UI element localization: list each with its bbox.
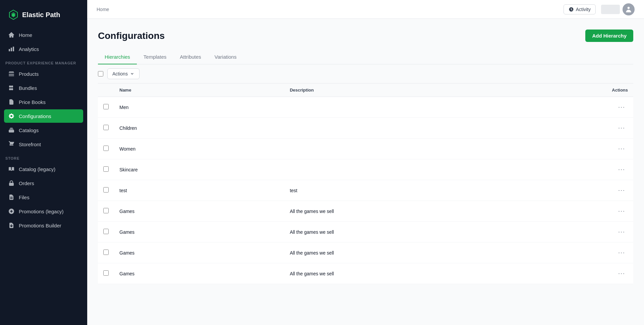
catalog-legacy-icon	[8, 166, 15, 172]
th-checkbox	[98, 84, 114, 97]
breadcrumb: Home	[97, 7, 109, 12]
sidebar-item-home[interactable]: Home	[4, 28, 83, 42]
sidebar-item-files[interactable]: Files	[4, 191, 83, 204]
row-name-5: Games	[114, 201, 284, 222]
row-checkbox-3[interactable]	[103, 166, 109, 172]
actions-label: Actions	[112, 71, 128, 76]
row-checkbox-4[interactable]	[103, 187, 109, 193]
sidebar-nav-store: Catalog (legacy) Orders Files Promotions…	[0, 162, 87, 232]
row-checkbox-5[interactable]	[103, 208, 109, 213]
row-checkbox-1[interactable]	[103, 125, 109, 130]
page-title: Configurations	[98, 31, 165, 41]
avatar	[623, 3, 635, 15]
price-books-icon	[8, 99, 15, 105]
table-row: test test ···	[98, 180, 633, 201]
sidebar-item-products-label: Products	[19, 71, 39, 77]
row-checkbox-cell	[98, 139, 114, 159]
select-all-checkbox[interactable]	[98, 71, 103, 76]
row-checkbox-6[interactable]	[103, 229, 109, 234]
row-checkbox-2[interactable]	[103, 146, 109, 151]
sidebar-item-orders[interactable]: Orders	[4, 176, 83, 190]
tabs: Hierarchies Templates Attributes Variati…	[98, 50, 633, 64]
row-checkbox-0[interactable]	[103, 104, 109, 109]
files-icon	[8, 194, 15, 201]
promotions-legacy-icon	[8, 208, 15, 215]
row-checkbox-cell	[98, 97, 114, 118]
row-name-6: Games	[114, 222, 284, 242]
row-more-button-5[interactable]: ···	[615, 206, 628, 216]
row-more-button-2[interactable]: ···	[615, 144, 628, 154]
sidebar-item-catalogs[interactable]: Catalogs	[4, 123, 83, 137]
sidebar: Elastic Path Home Analytics PRODUCT EXPE…	[0, 0, 87, 325]
activity-label: Activity	[576, 7, 591, 12]
chevron-down-icon	[130, 71, 135, 76]
sidebar-nav-pem: Products Bundles Price Books Configurati…	[0, 67, 87, 151]
row-more-button-3[interactable]: ···	[615, 165, 628, 174]
row-checkbox-7[interactable]	[103, 250, 109, 255]
tab-hierarchies[interactable]: Hierarchies	[98, 50, 137, 64]
row-actions-cell-6: ···	[606, 222, 633, 242]
sidebar-item-price-books[interactable]: Price Books	[4, 95, 83, 109]
tab-variations[interactable]: Variations	[208, 50, 244, 64]
row-more-button-0[interactable]: ···	[615, 102, 628, 112]
logo-text: Elastic Path	[22, 11, 60, 19]
sidebar-item-promotions-legacy-label: Promotions (legacy)	[19, 209, 63, 214]
sidebar-item-products[interactable]: Products	[4, 67, 83, 80]
sidebar-item-configurations[interactable]: Configurations	[4, 109, 83, 123]
row-more-button-1[interactable]: ···	[615, 123, 628, 133]
th-actions: Actions	[606, 84, 633, 97]
th-name: Name	[114, 84, 284, 97]
table-row: Games All the games we sell ···	[98, 201, 633, 222]
main-content: Home Activity Configurations Add Hierar	[87, 0, 644, 325]
sidebar-item-catalogs-label: Catalogs	[19, 127, 39, 133]
catalogs-icon	[8, 127, 15, 133]
add-hierarchy-button[interactable]: Add Hierarchy	[585, 30, 633, 42]
sidebar-item-catalog-legacy-label: Catalog (legacy)	[19, 166, 55, 172]
sidebar-item-bundles[interactable]: Bundles	[4, 81, 83, 95]
sidebar-item-files-label: Files	[19, 195, 30, 200]
table-row: Games All the games we sell ···	[98, 222, 633, 242]
row-description-2	[284, 139, 606, 159]
row-more-button-4[interactable]: ···	[615, 185, 628, 195]
row-more-button-8[interactable]: ···	[615, 269, 628, 278]
sidebar-item-configurations-label: Configurations	[19, 113, 51, 119]
sidebar-item-orders-label: Orders	[19, 180, 34, 186]
tab-templates[interactable]: Templates	[137, 50, 173, 64]
elastic-path-logo-icon	[8, 9, 19, 20]
tab-attributes[interactable]: Attributes	[173, 50, 208, 64]
row-name-0: Men	[114, 97, 284, 118]
sidebar-item-catalog-legacy[interactable]: Catalog (legacy)	[4, 162, 83, 176]
table-row: Games All the games we sell ···	[98, 242, 633, 263]
sidebar-item-promotions-builder[interactable]: Promotions Builder	[4, 219, 83, 232]
table-row: Women ···	[98, 139, 633, 159]
row-more-button-7[interactable]: ···	[615, 248, 628, 258]
row-actions-cell-8: ···	[606, 263, 633, 284]
row-checkbox-cell	[98, 201, 114, 222]
sidebar-item-promotions-builder-label: Promotions Builder	[19, 223, 61, 228]
table-header-row: Name Description Actions	[98, 84, 633, 97]
hierarchies-table: Name Description Actions Men ··· Childre…	[98, 83, 633, 284]
topbar-right: Activity	[564, 3, 635, 15]
activity-button[interactable]: Activity	[564, 4, 596, 14]
home-icon	[8, 32, 15, 38]
table-toolbar: Actions	[98, 64, 633, 83]
content: Configurations Add Hierarchy Hierarchies…	[87, 19, 644, 325]
sidebar-item-storefront[interactable]: Storefront	[4, 138, 83, 151]
row-checkbox-8[interactable]	[103, 270, 109, 276]
row-description-0	[284, 97, 606, 118]
row-name-3: Skincare	[114, 159, 284, 180]
row-description-4: test	[284, 180, 606, 201]
sidebar-item-analytics[interactable]: Analytics	[4, 42, 83, 56]
storefront-icon	[8, 141, 15, 148]
sidebar-item-promotions-legacy[interactable]: Promotions (legacy)	[4, 205, 83, 218]
row-more-button-6[interactable]: ···	[615, 227, 628, 237]
row-checkbox-cell	[98, 180, 114, 201]
row-description-8: All the games we sell	[284, 263, 606, 284]
sidebar-item-price-books-label: Price Books	[19, 99, 46, 105]
table-row: Skincare ···	[98, 159, 633, 180]
analytics-icon	[8, 46, 15, 52]
actions-button[interactable]: Actions	[107, 68, 140, 79]
row-description-6: All the games we sell	[284, 222, 606, 242]
promotions-builder-icon	[8, 222, 15, 229]
row-name-1: Children	[114, 118, 284, 139]
